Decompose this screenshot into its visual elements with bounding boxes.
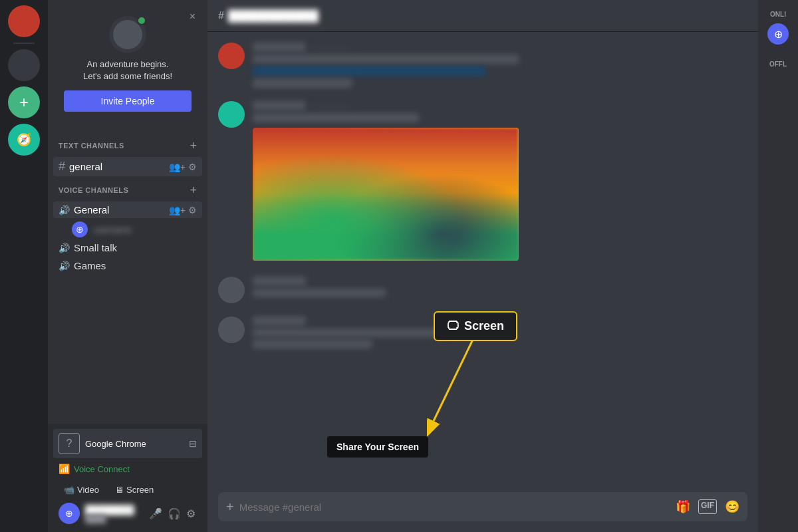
channel-name-general: general [69,161,169,172]
server-sidebar: + 🧭 [0,0,48,532]
server-icon-2[interactable] [8,49,40,81]
voice-bars-icon: 📶 [59,464,70,474]
right-sidebar: ONLI ⊕ OFFL [758,0,798,532]
msg-avatar-4 [218,317,245,343]
text-channels-label: TEXT CHANNELS [59,142,124,150]
hash-icon: # [59,160,65,174]
friends-popup: × An adventure begins. Let's add some fr… [53,5,202,122]
screen-callout-container: 🖵 Screen [427,311,517,341]
msg-content-3 [253,277,747,303]
popup-close-button[interactable]: × [190,11,196,23]
channel-name-small-talk: Small talk [74,242,197,253]
settings-voice-icon[interactable]: ⚙ [188,205,197,215]
msg-time-2 [311,104,351,110]
msg-avatar-1 [218,43,245,69]
popup-message: An adventure begins. Let's add some frie… [64,59,192,82]
channel-icons-voice: 👥+ ⚙ [169,205,197,215]
text-channels-header: TEXT CHANNELS + [53,137,202,154]
msg-text-4b [253,340,372,348]
explore-icon[interactable]: 🧭 [8,124,40,156]
settings-icon[interactable]: ⚙ [188,162,197,172]
invite-people-button[interactable]: Invite People [64,90,192,112]
server-icon-1[interactable] [8,5,40,37]
screen-button-bottom[interactable]: 🖥 Screen [110,482,159,497]
channel-header-name: # [218,10,224,22]
msg-text-1b [253,66,485,76]
channel-header-title: ████████████ [228,10,319,22]
emoji-picker-button[interactable]: 😊 [725,499,739,514]
msg-content-1 [253,43,747,90]
msg-username-1 [253,43,306,52]
channel-item-general-voice[interactable]: 🔊 General 👥+ ⚙ [53,201,202,218]
message-row-1 [218,43,747,90]
add-member-voice-icon[interactable]: 👥+ [169,205,186,215]
google-chrome-row[interactable]: ? Google Chrome ⊟ [53,429,202,458]
screen-callout-icon: 🖵 [447,319,459,333]
message-input-area: + 🎁 GIF 😊 [207,492,758,532]
voice-member-row: ⊕ username [53,219,202,239]
message-input-icons: 🎁 GIF 😊 [676,499,739,514]
msg-username-4 [253,317,306,326]
msg-text-1c [253,78,352,88]
msg-avatar-3 [218,277,245,303]
channel-header: # ████████████ [207,0,758,32]
speaker-small-talk-icon: 🔊 [59,243,70,253]
video-label: Video [77,485,99,495]
msg-username-2 [253,101,306,110]
msg-avatar-2 [218,101,245,128]
user-info: ████████ ████ [85,505,142,523]
channel-name-games: Games [74,260,197,271]
add-server-button[interactable]: + [8,86,40,118]
speaker-icon: 🔊 [59,205,70,215]
main-content: # ████████████ [207,0,758,532]
channel-item-general[interactable]: # general 👥+ ⚙ [53,157,202,176]
image-embed-inner [253,128,519,261]
screen-share-icon: 🖥 [115,485,124,495]
control-icons: 🎤 🎧 ⚙ [148,506,197,521]
add-voice-channel-button[interactable]: + [190,184,197,196]
channel-icons-general: 👥+ ⚙ [169,162,197,172]
offline-label: OFFL [769,61,787,68]
msg-text-3 [253,289,386,297]
screen-label: Screen [126,485,154,495]
mic-icon[interactable]: 🎤 [148,506,164,521]
add-attachment-button[interactable]: + [226,499,234,515]
user-status: ████ [85,515,142,523]
video-button[interactable]: 📹 Video [59,482,104,497]
msg-text-1a [253,55,519,64]
user-avatar: ⊕ [59,503,80,524]
google-chrome-icon: ? [59,433,80,454]
screen-callout-button[interactable]: 🖵 Screen [434,311,517,341]
gift-icon[interactable]: 🎁 [676,499,690,514]
msg-header-3 [253,277,747,286]
msg-header-1 [253,43,747,52]
online-badge [137,16,146,25]
headset-icon[interactable]: 🎧 [166,506,182,521]
msg-header-2 [253,101,747,110]
screen-callout-label: Screen [464,319,504,333]
voice-channels-header: VOICE CHANNELS + [53,182,202,199]
channel-item-small-talk[interactable]: 🔊 Small talk [53,239,202,256]
add-text-channel-button[interactable]: + [190,140,197,152]
expand-icon[interactable]: ⊟ [189,438,197,449]
popup-avatar-wrap [64,16,192,53]
msg-content-2 [253,101,747,261]
user-controls: ⊕ ████████ ████ 🎤 🎧 ⚙ [53,500,202,527]
gif-button[interactable]: GIF [698,499,717,514]
msg-text-2 [253,113,419,122]
voice-member-avatar: ⊕ [72,221,88,237]
server-divider [13,43,35,44]
voice-connected-text: Voice Connect [74,464,197,474]
voice-member-name: username [93,225,132,235]
messages-area[interactable]: 🖵 Screen [207,32,758,492]
message-input[interactable] [239,501,670,513]
user-settings-icon[interactable]: ⚙ [185,506,197,521]
message-input-box: + 🎁 GIF 😊 [218,492,747,521]
channel-name-general-voice: General [74,204,169,215]
msg-username-3 [253,277,306,286]
channel-item-games[interactable]: 🔊 Games [53,257,202,274]
message-row-3 [218,277,747,303]
image-embed [253,128,519,261]
message-row-2 [218,101,747,261]
add-member-icon[interactable]: 👥+ [169,162,186,172]
